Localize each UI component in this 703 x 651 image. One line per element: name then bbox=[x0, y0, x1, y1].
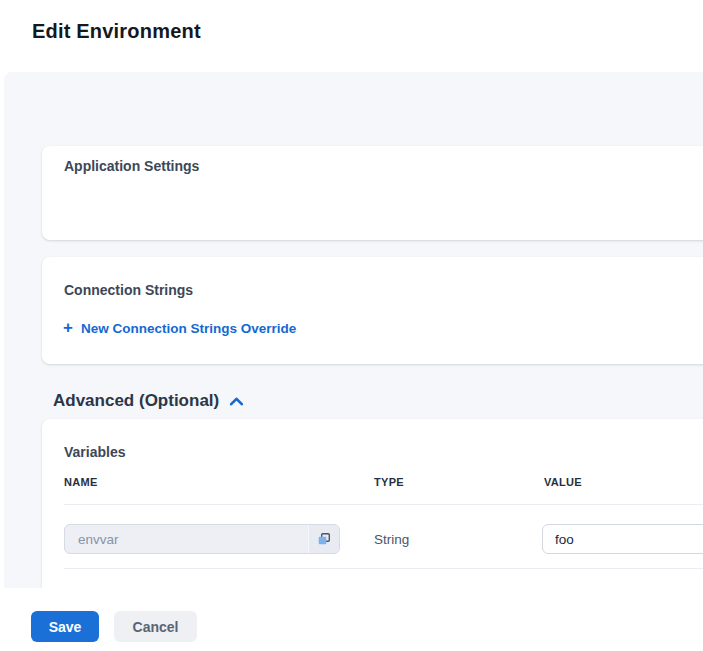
cancel-button[interactable]: Cancel bbox=[114, 611, 197, 642]
variable-value-input[interactable] bbox=[542, 524, 703, 554]
chevron-up-icon bbox=[219, 396, 244, 407]
variable-name-input bbox=[65, 525, 308, 553]
advanced-section-toggle[interactable]: Advanced (Optional) bbox=[53, 391, 244, 411]
form-scroll-area: Application Settings + New Application S… bbox=[4, 72, 703, 588]
application-settings-heading: Application Settings bbox=[64, 158, 199, 174]
column-header-value: VALUE bbox=[544, 476, 582, 488]
plus-icon: + bbox=[63, 322, 73, 334]
copy-icon bbox=[317, 532, 331, 546]
application-settings-card: Application Settings + New Application S… bbox=[42, 146, 703, 240]
column-header-type: TYPE bbox=[374, 476, 404, 488]
row-divider bbox=[64, 568, 703, 569]
copy-button[interactable] bbox=[308, 525, 339, 553]
add-link-label: New Connection Strings Override bbox=[81, 321, 296, 336]
variable-type-text: String bbox=[374, 532, 409, 547]
page-title: Edit Environment bbox=[32, 20, 201, 43]
connection-strings-card: Connection Strings + New Connection Stri… bbox=[42, 257, 703, 364]
advanced-section-label: Advanced (Optional) bbox=[53, 391, 219, 411]
variable-name-field-group bbox=[64, 524, 340, 554]
row-divider bbox=[64, 504, 703, 505]
column-header-name: NAME bbox=[64, 476, 98, 488]
connection-strings-heading: Connection Strings bbox=[64, 282, 193, 298]
new-connection-strings-override-link[interactable]: + New Connection Strings Override bbox=[63, 321, 296, 336]
save-button[interactable]: Save bbox=[31, 611, 99, 642]
edit-environment-panel: Edit Environment Application Settings + … bbox=[0, 0, 703, 651]
variables-heading: Variables bbox=[64, 444, 126, 460]
footer-action-bar: Save Cancel bbox=[0, 588, 703, 651]
